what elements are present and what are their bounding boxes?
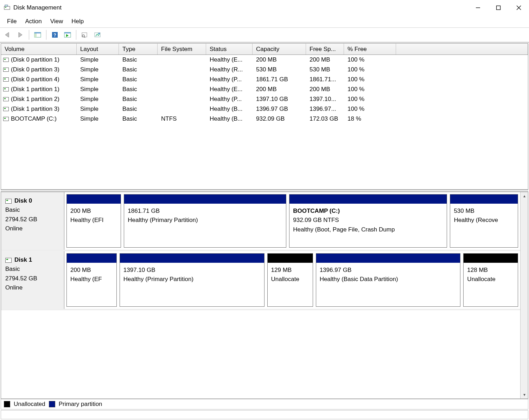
- partition-status: Healthy (Recove: [454, 216, 514, 225]
- show-hide-tree-button[interactable]: [32, 29, 43, 40]
- volume-status: Healthy (P...: [206, 96, 253, 103]
- col-volume[interactable]: Volume: [1, 44, 77, 55]
- disk-label[interactable]: Disk 1Basic2794.52 GBOnline: [1, 251, 64, 309]
- volume-layout: Simple: [77, 96, 119, 103]
- partition[interactable]: 200 MBHealthy (EF: [66, 253, 117, 307]
- volume-free: 200 MB: [306, 56, 344, 63]
- col-type[interactable]: Type: [119, 44, 158, 55]
- refresh-button[interactable]: [79, 29, 90, 40]
- volume-row[interactable]: (Disk 1 partition 3)SimpleBasicHealthy (…: [1, 104, 528, 114]
- volume-pctfree: 100 %: [344, 56, 396, 63]
- back-button[interactable]: [2, 29, 13, 40]
- col-pctfree[interactable]: % Free: [344, 44, 396, 55]
- partition-size: 1397.10 GB: [123, 266, 261, 275]
- volume-type: Basic: [119, 66, 158, 73]
- volume-row[interactable]: (Disk 1 partition 2)SimpleBasicHealthy (…: [1, 94, 528, 104]
- settings-button[interactable]: [92, 29, 103, 40]
- partition-size: 1396.97 GB: [320, 266, 457, 275]
- volume-status: Healthy (R...: [206, 66, 253, 73]
- drive-icon: [3, 117, 9, 121]
- svg-rect-13: [64, 32, 71, 33]
- window-title: Disk Management: [13, 4, 62, 11]
- help-button[interactable]: ?: [49, 29, 60, 40]
- partition[interactable]: 1861.71 GBHealthy (Primary Partition): [124, 194, 286, 248]
- volume-name: (Disk 0 partition 4): [11, 76, 59, 83]
- menu-action[interactable]: Action: [21, 17, 46, 26]
- volume-layout: Simple: [77, 76, 119, 83]
- disk-map-scrollbar[interactable]: ▴ ▾: [520, 192, 528, 399]
- volume-pctfree: 100 %: [344, 96, 396, 103]
- partition-size: 200 MB: [70, 266, 113, 275]
- volume-name: (Disk 1 partition 1): [11, 86, 59, 93]
- volume-free: 1396.97...: [306, 106, 344, 113]
- legend-label-primary: Primary partition: [59, 401, 102, 408]
- volume-row[interactable]: BOOTCAMP (C:)SimpleBasicNTFSHealthy (B..…: [1, 114, 528, 124]
- volume-row[interactable]: (Disk 1 partition 1)SimpleBasicHealthy (…: [1, 84, 528, 94]
- col-freespace[interactable]: Free Sp...: [306, 44, 344, 55]
- disk-row: Disk 0Basic2794.52 GBOnline200 MBHealthy…: [1, 192, 520, 251]
- partition-status: Healthy (Primary Partition): [128, 216, 282, 225]
- partition[interactable]: 200 MBHealthy (EFI: [66, 194, 121, 248]
- partition-status: Healthy (Boot, Page File, Crash Dump: [293, 225, 443, 234]
- partition-size: 1861.71 GB: [128, 206, 282, 216]
- maximize-button[interactable]: [488, 0, 509, 15]
- menu-view[interactable]: View: [46, 17, 68, 26]
- partition[interactable]: 1397.10 GBHealthy (Primary Partition): [120, 253, 264, 307]
- scroll-up-icon[interactable]: ▴: [521, 192, 528, 200]
- disk-label[interactable]: Disk 0Basic2794.52 GBOnline: [1, 192, 64, 250]
- volume-layout: Simple: [77, 106, 119, 113]
- partition-size: 932.09 GB NTFS: [293, 216, 443, 225]
- partition[interactable]: 1396.97 GBHealthy (Basic Data Partition): [316, 253, 461, 307]
- col-capacity[interactable]: Capacity: [253, 44, 306, 55]
- partition[interactable]: BOOTCAMP (C:)932.09 GB NTFSHealthy (Boot…: [289, 194, 447, 248]
- col-layout[interactable]: Layout: [77, 44, 119, 55]
- volume-layout: Simple: [77, 86, 119, 93]
- partition-size: 530 MB: [454, 206, 514, 216]
- legend-swatch-primary: [49, 401, 55, 407]
- disk-name: Disk 1: [14, 256, 32, 263]
- partition-status: Healthy (EFI: [70, 216, 117, 225]
- volume-capacity: 200 MB: [253, 86, 306, 93]
- volume-capacity: 1396.97 GB: [253, 106, 306, 113]
- scroll-down-icon[interactable]: ▾: [521, 391, 528, 399]
- partition-size: 128 MB: [467, 266, 514, 275]
- svg-rect-9: [34, 33, 37, 37]
- volume-pctfree: 100 %: [344, 66, 396, 73]
- volume-capacity: 200 MB: [253, 56, 306, 63]
- volume-name: (Disk 1 partition 3): [11, 106, 59, 113]
- svg-rect-8: [34, 32, 41, 33]
- partition[interactable]: 530 MBHealthy (Recove: [450, 194, 518, 248]
- volume-row[interactable]: (Disk 0 partition 1)SimpleBasicHealthy (…: [1, 55, 528, 65]
- disk-icon: [5, 258, 12, 263]
- unallocated-region[interactable]: 129 MBUnallocate: [267, 253, 313, 307]
- partition-status: Unallocate: [467, 275, 514, 284]
- action-list-button[interactable]: [62, 29, 73, 40]
- forward-button[interactable]: [15, 29, 26, 40]
- svg-line-5: [517, 6, 521, 10]
- drive-icon: [3, 97, 9, 101]
- volume-type: Basic: [119, 76, 158, 83]
- volume-row[interactable]: (Disk 0 partition 3)SimpleBasicHealthy (…: [1, 65, 528, 75]
- legend-swatch-unallocated: [4, 401, 10, 407]
- col-status[interactable]: Status: [206, 44, 253, 55]
- volume-type: Basic: [119, 86, 158, 93]
- disk-size: 2794.52 GB: [5, 274, 60, 283]
- volume-name: (Disk 1 partition 2): [11, 96, 59, 103]
- disk-state: Online: [5, 224, 60, 233]
- volume-status: Healthy (E...: [206, 86, 253, 93]
- svg-rect-1: [5, 7, 6, 8]
- col-spare[interactable]: [396, 44, 528, 55]
- volume-capacity: 1397.10 GB: [253, 96, 306, 103]
- close-button[interactable]: [509, 0, 529, 15]
- titlebar: Disk Management: [0, 0, 529, 15]
- volume-status: Healthy (B...: [206, 115, 253, 122]
- unallocated-region[interactable]: 128 MBUnallocate: [463, 253, 518, 307]
- disk-map: Disk 0Basic2794.52 GBOnline200 MBHealthy…: [1, 192, 528, 399]
- col-filesystem[interactable]: File System: [158, 44, 206, 55]
- volume-row[interactable]: (Disk 0 partition 4)SimpleBasicHealthy (…: [1, 75, 528, 84]
- menu-file[interactable]: File: [3, 17, 21, 26]
- volume-layout: Simple: [77, 56, 119, 63]
- minimize-button[interactable]: [468, 0, 488, 15]
- menu-help[interactable]: Help: [67, 17, 88, 26]
- app-icon: [4, 4, 11, 11]
